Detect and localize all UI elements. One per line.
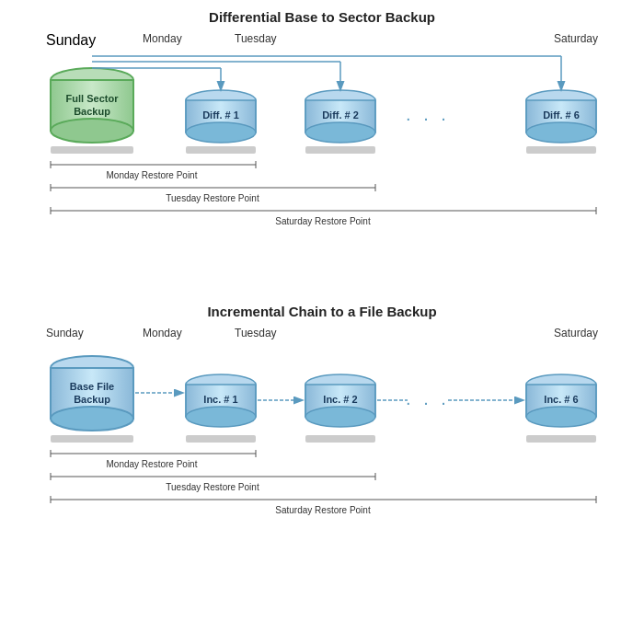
svg-text:. . .: . . . xyxy=(406,104,450,124)
svg-rect-33 xyxy=(186,146,256,154)
svg-text:Diff. # 6: Diff. # 6 xyxy=(543,109,580,121)
svg-text:Saturday Restore Point: Saturday Restore Point xyxy=(275,216,371,226)
svg-rect-79 xyxy=(186,435,256,443)
svg-rect-34 xyxy=(305,146,375,154)
saturday-label-top: Saturday xyxy=(336,32,626,49)
monday-label-bottom: Monday xyxy=(143,327,235,339)
incremental-diagram-svg: Base File Backup Inc. # 1 Inc. # 2 . . . xyxy=(32,345,639,529)
svg-text:Inc. # 1: Inc. # 1 xyxy=(203,394,237,405)
svg-text:Diff. # 1: Diff. # 1 xyxy=(202,109,239,121)
incremental-title: Incremental Chain to a File Backup xyxy=(18,304,626,319)
sunday-label-bottom: Sunday xyxy=(46,327,143,339)
svg-text:Monday Restore Point: Monday Restore Point xyxy=(107,459,198,469)
svg-text:Base File: Base File xyxy=(70,381,114,392)
svg-text:Saturday Restore Point: Saturday Restore Point xyxy=(275,505,371,515)
svg-rect-35 xyxy=(526,146,596,154)
differential-diagram-svg: Full Sector Backup Diff. # 1 Diff. # 2 .… xyxy=(32,54,639,238)
svg-text:Backup: Backup xyxy=(74,394,110,405)
svg-text:Tuesday Restore Point: Tuesday Restore Point xyxy=(166,193,259,203)
svg-text:Inc. # 2: Inc. # 2 xyxy=(323,394,357,405)
svg-text:Inc. # 6: Inc. # 6 xyxy=(544,394,578,405)
svg-point-52 xyxy=(51,407,133,431)
sunday-label-top: Sunday xyxy=(46,32,143,49)
main-container: Differential Base to Sector Backup Sunda… xyxy=(0,0,644,644)
svg-rect-32 xyxy=(51,146,133,154)
svg-point-72 xyxy=(526,407,596,427)
svg-point-65 xyxy=(305,407,375,427)
svg-point-59 xyxy=(186,407,256,427)
svg-text:Backup: Backup xyxy=(74,106,110,117)
svg-rect-80 xyxy=(305,435,375,443)
svg-text:Monday Restore Point: Monday Restore Point xyxy=(107,170,198,180)
svg-point-17 xyxy=(305,122,375,143)
differential-title: Differential Base to Sector Backup xyxy=(18,9,626,25)
svg-point-11 xyxy=(186,122,256,143)
incremental-section: Incremental Chain to a File Backup Sunda… xyxy=(18,304,626,607)
svg-text:Tuesday Restore Point: Tuesday Restore Point xyxy=(166,482,259,492)
svg-text:. . .: . . . xyxy=(406,388,450,408)
svg-text:Diff. # 2: Diff. # 2 xyxy=(322,109,359,121)
tuesday-label-top: Tuesday xyxy=(235,32,336,49)
saturday-label-bottom: Saturday xyxy=(336,327,626,339)
tuesday-label-bottom: Tuesday xyxy=(235,327,336,339)
svg-point-24 xyxy=(526,122,596,143)
svg-text:Full Sector: Full Sector xyxy=(66,93,120,104)
svg-point-4 xyxy=(51,119,133,143)
svg-rect-78 xyxy=(51,435,133,443)
svg-rect-81 xyxy=(526,435,596,443)
monday-label-top: Monday xyxy=(143,32,235,49)
differential-section: Differential Base to Sector Backup Sunda… xyxy=(18,9,626,299)
